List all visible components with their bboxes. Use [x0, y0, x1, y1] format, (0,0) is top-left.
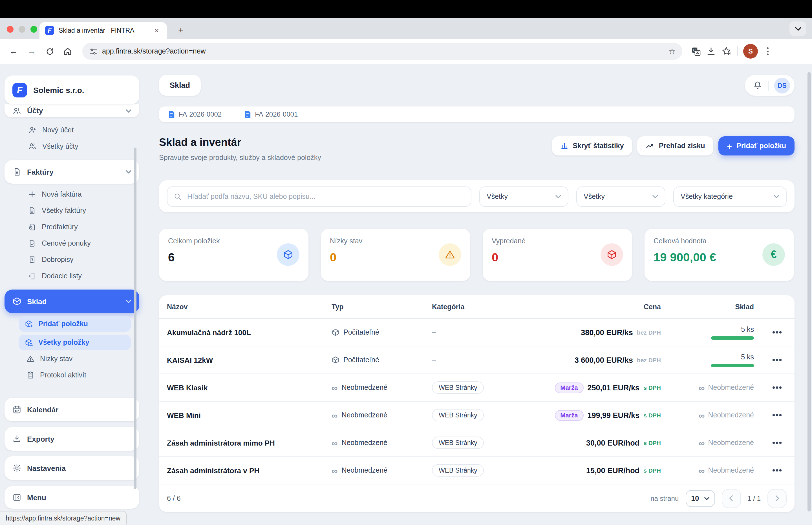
invoice-doc-icon — [244, 110, 251, 118]
row-actions-button[interactable] — [759, 359, 795, 361]
sidebar-item-kalendar[interactable]: Kalendár — [4, 398, 139, 421]
row-actions-button[interactable] — [759, 442, 795, 444]
sidebar-item-protokol-aktivit[interactable]: Protokol aktivít — [19, 367, 142, 383]
document-clock-icon — [28, 223, 36, 231]
prev-page-button[interactable] — [722, 489, 741, 508]
infinity-icon: ∞ — [332, 383, 337, 392]
page-scrollbar[interactable] — [808, 72, 811, 511]
sidebar-item-novy-ucet[interactable]: Nový účet — [20, 122, 142, 138]
sidebar-item-exporty[interactable]: Exporty — [4, 427, 139, 451]
sidebar-item-faktury[interactable]: Faktúry — [4, 160, 139, 184]
search-field[interactable] — [167, 186, 472, 207]
item-category: WEB Stránky — [432, 464, 539, 477]
tab-search-button[interactable] — [789, 21, 806, 36]
sidebar-item-pridat-polozku[interactable]: Pridať položku — [19, 316, 131, 332]
table-row[interactable]: KAISAI 12kW Počítateľné – 3 600,00 EUR/k… — [159, 346, 795, 374]
minimize-window-button[interactable] — [19, 26, 25, 33]
sidebar-item-predfaktury[interactable]: Predfaktúry — [20, 219, 142, 235]
sidebar-item-cenove-ponuky[interactable]: Cenové ponuky — [20, 235, 142, 251]
sidebar-item-menu[interactable]: Menu — [4, 486, 139, 509]
item-category: – — [432, 328, 539, 336]
stock-level-bar — [711, 336, 754, 340]
table-row[interactable]: WEB Mini ∞ Neobmedzené WEB Stránky Marža… — [159, 402, 795, 429]
table-row[interactable]: Zásah administrátora v PH ∞ Neobmedzené … — [159, 457, 795, 484]
browser-menu-button[interactable] — [764, 47, 772, 55]
type-filter-select[interactable]: Všetky — [479, 186, 568, 207]
browser-profile-avatar[interactable]: S — [743, 44, 758, 59]
reload-button[interactable] — [42, 43, 58, 59]
sidebar-item-vsetky-ucty[interactable]: Všetky účty — [20, 138, 142, 154]
browser-tab[interactable]: F Sklad a inventár - FINTRA ✕ — [40, 22, 167, 39]
sidebar-item-dobropisy[interactable]: Dobropisy — [20, 251, 142, 268]
address-bar[interactable]: app.fintra.sk/storage?action=new ☆ — [82, 43, 682, 60]
item-name: KAISAI 12kW — [159, 356, 332, 364]
bell-icon[interactable] — [753, 80, 763, 90]
window-controls — [7, 26, 37, 33]
sidebar-item-nova-faktura[interactable]: Nová faktúra — [20, 186, 142, 202]
table-row[interactable]: Zásah administrátora mimo PH ∞ Neobmedze… — [159, 429, 795, 457]
close-window-button[interactable] — [7, 26, 14, 33]
row-actions-button[interactable] — [759, 331, 795, 333]
sidebar-item-nastavenia[interactable]: Nastavenia — [4, 456, 139, 480]
workspace-chip[interactable]: Sklad — [159, 75, 201, 96]
sidebar-item-label: Nastavenia — [27, 464, 131, 472]
site-settings-icon[interactable] — [89, 47, 98, 56]
extensions-star-icon[interactable] — [721, 46, 731, 56]
stock-filter-select[interactable]: Všetky — [576, 186, 665, 207]
back-button[interactable]: ← — [6, 43, 21, 59]
hide-stats-button[interactable]: Skryť štatistiky — [552, 136, 633, 155]
category-filter-select[interactable]: Všetky kategórie — [673, 186, 787, 207]
open-document-tab[interactable]: FA-2026-0001 — [244, 110, 298, 118]
sidebar-item-dodacie-listy[interactable]: Dodacie listy — [20, 268, 142, 284]
url-text[interactable]: app.fintra.sk/storage?action=new — [102, 47, 664, 55]
download-icon[interactable] — [707, 47, 715, 56]
next-page-button[interactable] — [767, 489, 787, 508]
user-avatar[interactable]: DS — [774, 77, 790, 93]
row-actions-button[interactable] — [759, 414, 795, 416]
search-input[interactable] — [186, 192, 465, 201]
margin-badge: Marža — [555, 382, 583, 393]
document-return-icon — [28, 272, 36, 280]
forward-button[interactable]: → — [24, 43, 40, 59]
per-page-select[interactable]: 10 — [685, 490, 715, 507]
toolbar-divider — [737, 46, 738, 56]
company-switcher[interactable]: F Solemic s.r.o. — [4, 75, 139, 104]
table-row[interactable]: Akumulačná nádrž 100L Počítateľné – 380,… — [159, 319, 795, 346]
company-name: Solemic s.r.o. — [33, 85, 84, 94]
new-tab-button[interactable]: + — [175, 25, 187, 35]
translate-icon[interactable]: G — [691, 46, 701, 56]
trending-up-icon — [646, 142, 654, 150]
sidebar-item-label: Cenové ponuky — [42, 239, 91, 247]
row-actions-button[interactable] — [759, 469, 795, 471]
zoom-window-button[interactable] — [30, 26, 37, 33]
type-label: Neobmedzené — [342, 439, 387, 447]
infinity-icon: ∞ — [332, 466, 337, 475]
item-stock: ∞ Neobmedzené — [661, 383, 759, 392]
plus-icon — [28, 190, 36, 198]
home-button[interactable] — [60, 43, 75, 59]
reload-icon — [45, 47, 54, 56]
bookmark-star-icon[interactable]: ☆ — [668, 47, 676, 56]
add-item-button[interactable]: + Pridať položku — [719, 136, 795, 155]
sidebar-item-nizky-stav[interactable]: Nízky stav — [19, 350, 142, 367]
tab-close-icon[interactable]: ✕ — [152, 26, 161, 35]
euro-icon: € — [763, 243, 785, 266]
sidebar-scrollbar[interactable] — [134, 148, 136, 489]
sidebar-item-vsetky-polozky[interactable]: Všetky položky — [19, 335, 131, 350]
col-sklad: Sklad — [661, 303, 759, 311]
box-icon — [332, 328, 339, 336]
stat-card-low-stock: Nízky stav 0 — [321, 229, 470, 281]
open-document-tab[interactable]: FA-2026-0002 — [168, 110, 222, 118]
sidebar-item-sklad[interactable]: Sklad — [4, 289, 139, 313]
table-row[interactable]: WEB Klasik ∞ Neobmedzené WEB Stránky Mar… — [159, 374, 795, 402]
sidebar-item-ucty[interactable]: Účty — [4, 104, 139, 117]
document-icon — [12, 167, 21, 176]
row-actions-button[interactable] — [759, 387, 795, 389]
sidebar-item-vsetky-faktury[interactable]: Všetky faktúry — [20, 202, 142, 219]
export-download-icon — [12, 434, 21, 443]
type-label: Počítateľné — [344, 328, 379, 336]
profit-overview-button[interactable]: Prehľad zisku — [637, 136, 714, 155]
item-category: WEB Stránky — [432, 381, 539, 394]
item-price: 3 600,00 EUR/ks bez DPH — [539, 356, 661, 364]
search-icon — [174, 192, 182, 200]
